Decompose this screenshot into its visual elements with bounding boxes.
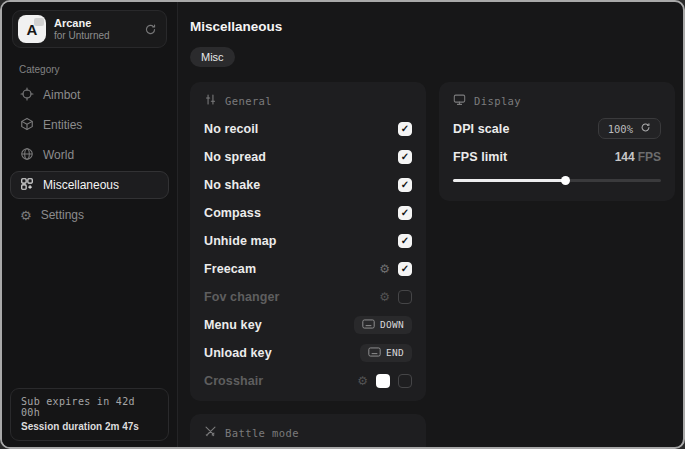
dpi-scale-value[interactable]: 100%	[598, 118, 661, 139]
reset-icon[interactable]	[640, 122, 651, 135]
row-no-recoil: No recoil ✓	[204, 121, 412, 136]
subscription-card: Sub expires in 42d 00h Session duration …	[10, 388, 169, 441]
tab-misc[interactable]: Misc	[190, 47, 235, 67]
row-dpi-scale: DPI scale 100%	[453, 121, 661, 136]
app-logo-letter: A	[27, 21, 38, 38]
row-fov-changer: Fov changer ⚙ ✓	[204, 289, 412, 304]
sidebar-item-miscellaneous[interactable]: Miscellaneous	[10, 171, 169, 199]
sliders-icon	[204, 93, 217, 108]
sidebar-item-entities[interactable]: Entities	[10, 111, 169, 139]
main-content: Miscellaneous Misc General	[178, 2, 685, 447]
fps-limit-value: 144FPS	[615, 150, 661, 164]
sidebar-item-world[interactable]: World	[10, 141, 169, 169]
app-window: A Arcane for Unturned Category Aimbot	[0, 0, 685, 449]
app-header-card: A Arcane for Unturned	[12, 10, 167, 48]
crosshair-checkbox[interactable]: ✓	[398, 374, 412, 388]
refresh-icon[interactable]	[144, 23, 157, 36]
row-fps-limit: FPS limit 144FPS	[453, 149, 661, 164]
no-recoil-checkbox[interactable]: ✓	[398, 122, 412, 136]
fps-slider-thumb[interactable]	[561, 176, 570, 185]
row-label: DPI scale	[453, 122, 510, 136]
sidebar-item-label: Miscellaneous	[43, 178, 119, 192]
row-no-spread: No spread ✓	[204, 149, 412, 164]
battle-mode-panel: Battle mode Keybind F5	[190, 414, 426, 449]
no-shake-checkbox[interactable]: ✓	[398, 178, 412, 192]
menu-key-keybind[interactable]: DOWN	[354, 316, 412, 334]
row-label: Unhide map	[204, 234, 277, 248]
row-compass: Compass ✓	[204, 205, 412, 220]
row-label: Fov changer	[204, 290, 279, 304]
general-panel-title: General	[225, 95, 272, 107]
sidebar: A Arcane for Unturned Category Aimbot	[2, 2, 178, 447]
keybind-value: END	[386, 347, 404, 358]
fov-settings-gear-icon[interactable]: ⚙	[379, 291, 390, 303]
session-duration-text: Session duration 2m 47s	[21, 421, 158, 432]
compass-checkbox[interactable]: ✓	[398, 206, 412, 220]
no-spread-checkbox[interactable]: ✓	[398, 150, 412, 164]
row-unhide-map: Unhide map ✓	[204, 233, 412, 248]
fps-limit-slider[interactable]	[453, 176, 661, 185]
app-name: Arcane	[54, 17, 136, 30]
crosshair-icon	[20, 87, 34, 104]
keybind-value: DOWN	[380, 319, 404, 330]
fov-changer-checkbox[interactable]: ✓	[398, 290, 412, 304]
row-label: Crosshair	[204, 374, 263, 388]
sidebar-item-label: Entities	[43, 118, 82, 132]
page-title: Miscellaneous	[190, 19, 675, 34]
swords-icon	[204, 425, 217, 440]
battle-panel-title: Battle mode	[225, 427, 299, 439]
sub-expiry-text: Sub expires in 42d 00h	[21, 396, 158, 418]
sidebar-item-label: Settings	[41, 208, 84, 222]
crosshair-color-swatch[interactable]	[376, 374, 390, 388]
freecam-checkbox[interactable]: ✓	[398, 262, 412, 276]
row-label: No recoil	[204, 122, 258, 136]
panels-container: General No recoil ✓ No spread ✓ No shake…	[190, 82, 675, 449]
dpi-value-text: 100%	[608, 123, 633, 135]
sidebar-item-settings[interactable]: ⚙ Settings	[10, 201, 169, 229]
fps-number: 144	[615, 150, 635, 164]
row-menu-key: Menu key DOWN	[204, 317, 412, 332]
row-no-shake: No shake ✓	[204, 177, 412, 192]
display-panel-header: Display	[453, 93, 661, 108]
app-subtitle: for Unturned	[54, 30, 136, 42]
row-unload-key: Unload key END	[204, 345, 412, 360]
row-freecam: Freecam ⚙ ✓	[204, 261, 412, 276]
battle-panel-header: Battle mode	[204, 425, 412, 440]
fps-slider-fill	[453, 179, 565, 182]
row-label: Compass	[204, 206, 261, 220]
category-label: Category	[19, 64, 177, 75]
category-nav: Aimbot Entities World	[2, 81, 177, 229]
row-label: Unload key	[204, 346, 272, 360]
right-column: Display DPI scale 100%	[439, 82, 675, 201]
grid-icon	[20, 177, 34, 194]
left-column: General No recoil ✓ No spread ✓ No shake…	[190, 82, 426, 449]
display-panel-title: Display	[474, 95, 521, 107]
freecam-settings-gear-icon[interactable]: ⚙	[379, 263, 390, 275]
gear-icon: ⚙	[20, 209, 32, 222]
fps-unit: FPS	[638, 150, 661, 164]
unload-key-keybind[interactable]: END	[360, 344, 412, 362]
row-label: Menu key	[204, 318, 262, 332]
keyboard-icon	[362, 319, 375, 331]
general-panel-header: General	[204, 93, 412, 108]
sidebar-item-label: World	[43, 148, 74, 162]
crosshair-settings-gear-icon[interactable]: ⚙	[357, 375, 368, 387]
globe-icon	[20, 147, 34, 164]
monitor-icon	[453, 93, 466, 108]
general-panel: General No recoil ✓ No spread ✓ No shake…	[190, 82, 426, 401]
row-label: No spread	[204, 150, 266, 164]
row-crosshair: Crosshair ⚙ ✓	[204, 373, 412, 388]
sidebar-item-label: Aimbot	[43, 88, 80, 102]
keyboard-icon	[368, 347, 381, 359]
row-label: FPS limit	[453, 150, 507, 164]
app-logo: A	[18, 15, 46, 43]
sidebar-item-aimbot[interactable]: Aimbot	[10, 81, 169, 109]
app-meta: Arcane for Unturned	[54, 17, 136, 41]
cube-icon	[20, 117, 34, 134]
row-label: No shake	[204, 178, 260, 192]
row-label: Freecam	[204, 262, 256, 276]
unhide-map-checkbox[interactable]: ✓	[398, 234, 412, 248]
display-panel: Display DPI scale 100%	[439, 82, 675, 201]
